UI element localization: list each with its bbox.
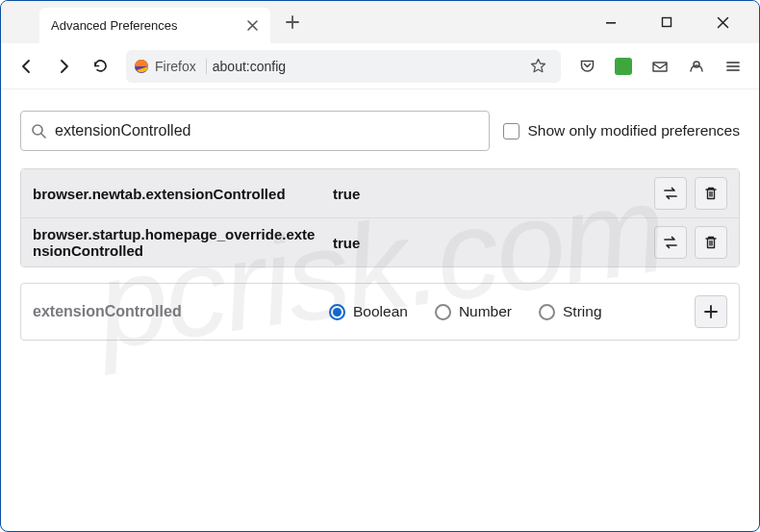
account-icon[interactable] (680, 50, 713, 83)
svg-rect-1 (663, 18, 671, 27)
new-tab-button[interactable] (276, 6, 309, 38)
trash-icon (703, 186, 719, 201)
window-controls (592, 3, 759, 41)
radio-icon (329, 304, 345, 320)
new-pref-row: extensionControlled Boolean Number Strin… (20, 283, 740, 341)
close-window-button[interactable] (703, 3, 742, 41)
radio-icon (539, 304, 555, 320)
tab-title: Advanced Preferences (51, 18, 243, 33)
minimize-button[interactable] (592, 3, 630, 41)
reload-button[interactable] (84, 50, 116, 83)
extension-icon[interactable] (607, 50, 640, 83)
radio-label: String (563, 303, 602, 320)
back-button[interactable] (11, 50, 43, 83)
pref-value: true (333, 235, 643, 251)
table-row[interactable]: browser.startup.homepage_override.extens… (21, 217, 739, 266)
svg-point-3 (694, 62, 699, 67)
maximize-button[interactable] (647, 3, 686, 41)
add-button[interactable] (695, 295, 727, 328)
radio-icon (435, 304, 451, 320)
identity-label: Firefox (155, 59, 196, 74)
delete-button[interactable] (695, 177, 727, 210)
show-modified-checkbox[interactable]: Show only modified preferences (503, 122, 740, 139)
plus-icon (703, 304, 719, 319)
bookmark-star-icon[interactable] (530, 58, 553, 74)
pref-name: browser.newtab.extensionControlled (33, 186, 321, 202)
type-radio-group: Boolean Number String (329, 303, 677, 320)
checkbox-icon (503, 123, 519, 139)
radio-string[interactable]: String (539, 303, 602, 320)
toggle-icon (662, 234, 679, 251)
identity-box[interactable]: Firefox (134, 59, 207, 74)
titlebar: Advanced Preferences (1, 1, 759, 43)
pref-name: browser.startup.homepage_override.extens… (33, 226, 321, 259)
url-bar[interactable]: Firefox about:config (126, 50, 561, 83)
inbox-icon[interactable] (644, 50, 676, 83)
radio-boolean[interactable]: Boolean (329, 303, 408, 320)
menu-button[interactable] (717, 50, 749, 83)
trash-icon (703, 235, 719, 250)
search-input[interactable] (55, 122, 479, 139)
close-icon[interactable] (243, 17, 261, 35)
toggle-button[interactable] (654, 177, 687, 210)
results-table: browser.newtab.extensionControlled true … (20, 168, 740, 267)
toggle-button[interactable] (654, 226, 687, 259)
new-pref-name: extensionControlled (33, 303, 312, 320)
delete-button[interactable] (695, 226, 727, 259)
tab-advanced-preferences[interactable]: Advanced Preferences (39, 8, 270, 43)
toggle-icon (662, 185, 679, 202)
show-modified-label: Show only modified preferences (527, 122, 740, 139)
radio-label: Number (459, 303, 512, 320)
content-area: Show only modified preferences browser.n… (1, 89, 759, 531)
url-text: about:config (213, 59, 524, 74)
radio-label: Boolean (353, 303, 408, 320)
radio-number[interactable]: Number (435, 303, 512, 320)
forward-button[interactable] (47, 50, 80, 83)
pocket-icon[interactable] (570, 50, 603, 83)
firefox-icon (134, 59, 149, 74)
svg-rect-0 (606, 22, 616, 24)
pref-value: true (333, 186, 643, 202)
search-icon (31, 123, 47, 139)
search-box[interactable] (20, 111, 490, 151)
navigation-toolbar: Firefox about:config (1, 43, 759, 89)
table-row[interactable]: browser.newtab.extensionControlled true (21, 169, 739, 217)
